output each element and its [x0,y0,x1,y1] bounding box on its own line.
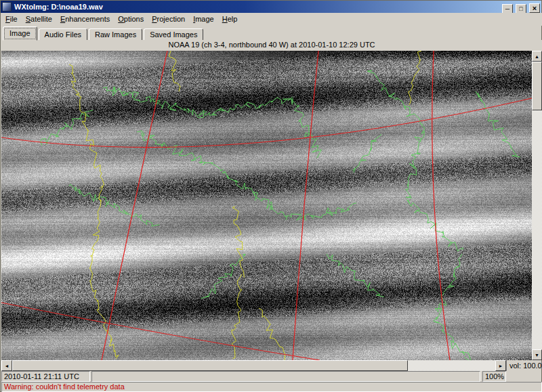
menu-file[interactable]: File [1,13,22,26]
minimize-button[interactable]: ─ [502,4,513,14]
scroll-down-icon[interactable]: ▼ [532,349,542,360]
horizontal-scrollbar[interactable]: ◄ ► [1,360,506,371]
menu-options[interactable]: Options [114,13,148,26]
scroll-left-icon[interactable]: ◄ [1,360,12,371]
app-icon [2,2,12,12]
scroll-right-icon[interactable]: ► [495,360,506,371]
vertical-scrollbar[interactable]: ▲ ▼ [532,51,542,360]
status-bar: 2010-01-11 21:11 UTC 100% [1,371,542,382]
menu-help[interactable]: Help [218,13,242,26]
close-button[interactable]: × [529,3,540,13]
image-caption: NOAA 19 (ch 3-4, northbound 40 W) at 201… [1,40,542,51]
warning-text: Warning: couldn't find telemetry data [4,383,125,391]
menu-bar: FileSatelliteEnhancementsOptionsProjecti… [1,13,542,26]
zoom-level: 100% [482,371,506,382]
tab-raw-images[interactable]: Raw Images [89,28,142,41]
tab-saved-images[interactable]: Saved Images [144,28,203,41]
title-bar[interactable]: WXtoImg: D:\noaa19.wav ─ □ × [1,1,541,13]
satellite-image[interactable] [1,51,532,360]
maximize-button[interactable]: □ [516,4,526,14]
warning-bar: Warning: couldn't find telemetry data [1,382,542,392]
menu-satellite[interactable]: Satellite [22,13,56,26]
vertical-scroll-thumb[interactable] [532,62,542,110]
menu-image[interactable]: Image [189,13,218,26]
tab-audio-files[interactable]: Audio Files [39,28,87,41]
app-window: WXtoImg: D:\noaa19.wav ─ □ × FileSatelli… [0,0,542,392]
window-title: WXtoImg: D:\noaa19.wav [14,1,103,13]
tab-image[interactable]: Image [3,26,37,41]
image-area [1,51,532,360]
menu-projection[interactable]: Projection [148,13,189,26]
tab-bar: ImageAudio FilesRaw ImagesSaved Images [1,26,542,40]
volume-indicator: vol: 100.0 [506,360,542,371]
status-datetime: 2010-01-11 21:11 UTC [1,371,90,382]
progress-bar [91,371,480,382]
horizontal-scroll-thumb[interactable] [12,360,408,371]
scroll-up-icon[interactable]: ▲ [532,51,542,62]
menu-enhancements[interactable]: Enhancements [56,13,114,26]
